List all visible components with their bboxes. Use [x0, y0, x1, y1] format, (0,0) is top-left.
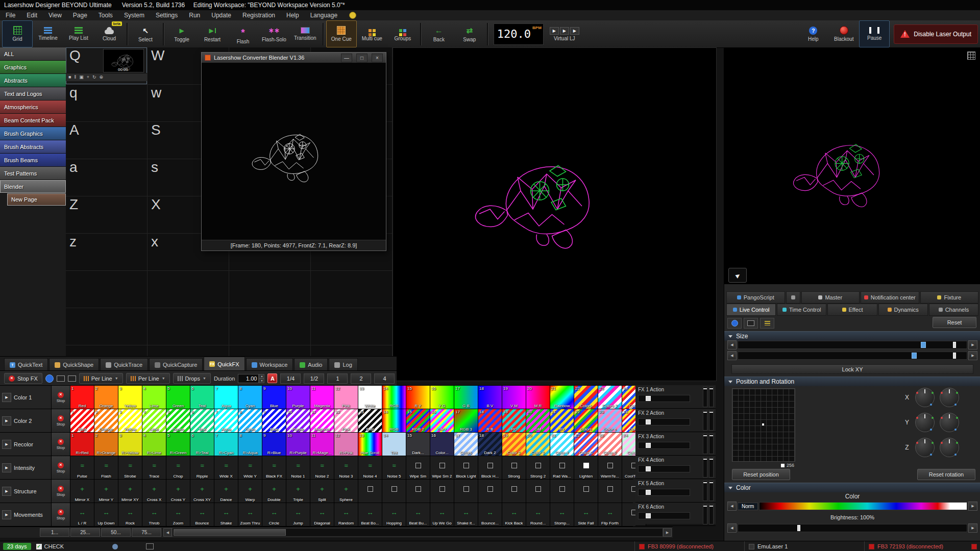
fx-cell[interactable] [598, 480, 622, 503]
size-slider-track[interactable] [738, 341, 967, 349]
fx-cell[interactable]: 16Y G [430, 386, 454, 409]
playlist-button[interactable]: Play List [63, 20, 94, 47]
fx-cell[interactable]: 6R>Teal [190, 433, 214, 456]
menu-registration[interactable]: Registration [237, 10, 281, 20]
tap-button[interactable]: ▶ [570, 27, 579, 35]
fx-action-fader[interactable] [709, 457, 714, 478]
sidebar-item-brush-graphics[interactable]: Brush Graphics [0, 127, 66, 140]
fx-action-fader[interactable] [709, 387, 714, 407]
fx-cell[interactable]: 20GM [526, 409, 550, 432]
x-knob[interactable] [940, 388, 959, 407]
fx-action-fader[interactable] [703, 481, 707, 501]
fx-cell[interactable]: 10R>Purple [286, 433, 310, 456]
cue-cell[interactable] [148, 308, 229, 345]
fx-cell[interactable]: 10Purple [286, 386, 310, 409]
fx-cell[interactable]: Rad Wa... [550, 456, 574, 479]
fx-cell[interactable]: 18R B [478, 409, 502, 432]
cue-cell[interactable] [66, 271, 148, 308]
toggle-button[interactable]: ▶Toggle [166, 20, 197, 47]
select-button[interactable]: ↖Select [130, 20, 161, 47]
fx-action-fader[interactable] [709, 410, 714, 431]
fx-cell[interactable]: 14RGB [382, 386, 406, 409]
fx-row-stop-button[interactable]: ×Stop [52, 480, 70, 503]
beat-button-1-2[interactable]: 1/2 [304, 373, 324, 384]
fx-cell[interactable]: ↔Random [334, 503, 358, 526]
slider-handle-secondary[interactable] [953, 342, 956, 348]
fx-cell[interactable]: 9Blue [262, 386, 286, 409]
fx-cell[interactable]: ≈Wide Y [238, 456, 262, 479]
help-button[interactable]: ?Help [798, 20, 828, 47]
fx-cell[interactable]: 13B W [358, 409, 382, 432]
fx-cell[interactable]: 21Color 4 [550, 433, 574, 456]
tab-page-icon[interactable] [786, 291, 800, 304]
fx-cell[interactable]: WarmTe... [598, 456, 622, 479]
converter-window[interactable]: Lasershow Converter Blender V1.36 — □ × … [201, 52, 386, 251]
cue-cell[interactable]: a [66, 159, 148, 196]
y-knob[interactable] [915, 413, 935, 432]
disable-laser-output-button[interactable]: Disable Laser Output [894, 24, 978, 44]
fx-cell[interactable]: 5Green [166, 386, 190, 409]
fx-action-slider[interactable] [638, 512, 690, 519]
fx-cell[interactable]: 15R Y [406, 386, 430, 409]
duration-stepper[interactable]: 1.00▲▼ [238, 374, 264, 383]
spin-down-icon[interactable]: ▼ [259, 379, 264, 383]
fx-cell[interactable]: 20M R [526, 386, 550, 409]
fx-cell[interactable]: 16Color... [430, 433, 454, 456]
size-slider-track[interactable] [738, 352, 967, 360]
fx-cell[interactable]: Block H... [478, 456, 502, 479]
pause-button[interactable]: Pause [859, 20, 890, 47]
device-monitor-icon[interactable] [146, 543, 154, 549]
restart-button[interactable]: ▶Restart [197, 20, 228, 47]
frame-icon[interactable]: ▣ [79, 75, 84, 80]
fx-cell[interactable]: 8Cyan [238, 409, 262, 432]
slider-left-button[interactable]: ◀ [727, 351, 737, 360]
fx-cell[interactable]: ↔Jump [286, 503, 310, 526]
fx-cell[interactable]: ↔L / R [70, 503, 94, 526]
fx-cell[interactable]: 14Tint [382, 433, 406, 456]
globe-icon[interactable] [727, 318, 742, 329]
tab-notification-center[interactable]: Notification center [861, 291, 919, 304]
timeline-button[interactable]: Timeline [33, 20, 63, 47]
tab-channels[interactable]: Channels [929, 304, 978, 316]
tab-time-control[interactable]: Time Control [777, 304, 826, 316]
fx-action-fader[interactable] [709, 504, 714, 524]
sidebar-item-abstracts[interactable]: Abstracts [0, 74, 66, 87]
fx-cell[interactable]: ↔Shake it... [454, 503, 478, 526]
fx-cell[interactable]: ↔Shake [214, 503, 238, 526]
fx-cell[interactable]: ↔Flip Forth [598, 503, 622, 526]
fx-action-fader[interactable] [703, 434, 707, 454]
fx-cell[interactable]: 5R>Green [166, 433, 190, 456]
cue-cell[interactable] [148, 271, 229, 308]
tab-audio[interactable]: Audio [294, 358, 328, 371]
slider-right-button[interactable]: ▶ [968, 340, 977, 349]
fx-cell[interactable]: Strong [502, 456, 526, 479]
sidebar-item-brush-abstracts[interactable]: Brush Abstracts [0, 140, 66, 154]
fx-action-handle[interactable] [646, 396, 651, 401]
fx-cell[interactable]: 1Red [70, 386, 94, 409]
fx-cell[interactable]: ↔Side Fall [574, 503, 598, 526]
fx-action-fader[interactable] [709, 481, 714, 501]
fx-row-play-icon[interactable]: ▶ [2, 440, 11, 449]
fx-cell[interactable]: 18B V [478, 386, 502, 409]
menu-language[interactable]: Language [305, 10, 343, 20]
fx-cell[interactable]: ≈Noise 2 [310, 456, 334, 479]
monitor-icon[interactable] [744, 318, 758, 329]
fx-cell[interactable]: ≈Noise 1 [286, 456, 310, 479]
scroll-right-icon[interactable]: ▶ [663, 528, 672, 537]
cue-cell[interactable] [148, 345, 229, 356]
x-knob[interactable] [915, 388, 935, 407]
fx-cell[interactable]: Lighten [574, 456, 598, 479]
tab-live-control[interactable]: Live Control [726, 304, 776, 316]
fx-action-fader[interactable] [703, 410, 707, 431]
fx-cell[interactable]: ↔Beat Bo... [358, 503, 382, 526]
bpm-display[interactable]: 120.0BPM [494, 23, 544, 45]
fx-row-stop-button[interactable]: ×Stop [52, 433, 70, 456]
slider-left-button[interactable]: ◀ [727, 340, 737, 349]
fx-cell[interactable]: 16CMY [430, 409, 454, 432]
menu-view[interactable]: View [43, 10, 67, 20]
menu-system[interactable]: System [118, 10, 150, 20]
per-line-1-button[interactable]: Per Line▼ [79, 373, 123, 384]
fx-cell[interactable]: 3Yellow [118, 386, 142, 409]
slider-left-button[interactable]: ◀ [727, 502, 737, 511]
cue-cell[interactable]: A [66, 122, 148, 159]
